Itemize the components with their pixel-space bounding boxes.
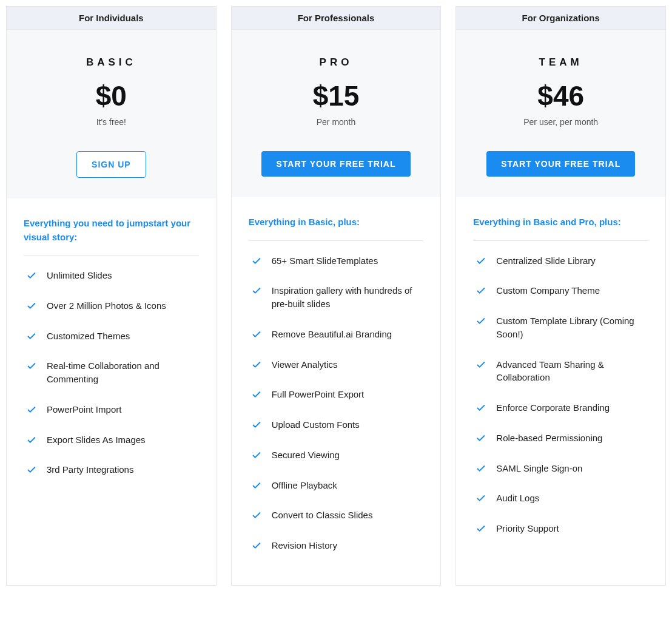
feature-item: Secured Viewing	[249, 440, 424, 470]
feature-item: Inspiration gallery with hundreds of pre…	[249, 276, 424, 319]
check-icon	[251, 329, 262, 340]
plan-name: PRO	[244, 56, 429, 69]
plan-body: Everything you need to jumpstart your vi…	[7, 198, 216, 509]
feature-label: Custom Template Library (Coming Soon!)	[496, 314, 646, 341]
feature-item: Enforce Corporate Branding	[473, 393, 648, 423]
feature-label: Custom Company Theme	[496, 284, 600, 297]
feature-label: 3rd Party Integrations	[47, 463, 133, 476]
feature-label: Real-time Collaboration and Commenting	[47, 359, 197, 386]
feature-label: Enforce Corporate Branding	[496, 401, 610, 415]
check-icon	[251, 510, 262, 521]
feature-label: Role-based Permissioning	[496, 432, 602, 445]
start-trial-button[interactable]: START YOUR FREE TRIAL	[486, 151, 635, 177]
feature-item: PowerPoint Import	[24, 394, 199, 425]
feature-label: Customized Themes	[47, 330, 130, 343]
feature-label: Inspiration gallery with hundreds of pre…	[272, 284, 422, 311]
feature-label: Centralized Slide Library	[496, 254, 595, 268]
plan-body: Everything in Basic and Pro, plus: Centr…	[456, 197, 665, 568]
feature-label: Unlimited Slides	[47, 269, 112, 282]
check-icon	[26, 361, 37, 371]
feature-list: Unlimited SlidesOver 2 Million Photos & …	[24, 260, 199, 485]
plan-audience: For Professionals	[232, 7, 441, 30]
plan-intro: Everything in Basic, plus:	[249, 215, 424, 241]
check-icon	[475, 523, 486, 534]
feature-label: Priority Support	[496, 522, 559, 535]
feature-item: 3rd Party Integrations	[24, 455, 199, 485]
plan-sub: Per user, per month	[468, 117, 653, 127]
feature-label: Convert to Classic Slides	[272, 509, 373, 522]
check-icon	[475, 359, 486, 370]
check-icon	[26, 331, 37, 342]
plan-team: For Organizations TEAM $46 Per user, per…	[455, 6, 666, 586]
feature-item: Audit Logs	[473, 483, 648, 513]
plan-top: BASIC $0 It's free! SIGN UP	[7, 30, 216, 198]
feature-item: Remove Beautiful.ai Branding	[249, 319, 424, 350]
feature-label: Secured Viewing	[272, 449, 340, 462]
check-icon	[251, 359, 262, 370]
check-icon	[475, 285, 486, 296]
feature-label: Upload Custom Fonts	[272, 418, 360, 432]
plan-audience: For Individuals	[7, 7, 216, 30]
plan-top: TEAM $46 Per user, per month START YOUR …	[456, 30, 665, 197]
feature-label: Remove Beautiful.ai Branding	[272, 328, 392, 341]
plan-sub: Per month	[244, 117, 429, 127]
plan-price: $46	[468, 82, 653, 110]
plan-price: $0	[19, 82, 204, 110]
plan-audience: For Organizations	[456, 7, 665, 30]
check-icon	[475, 493, 486, 504]
plan-basic: For Individuals BASIC $0 It's free! SIGN…	[6, 6, 217, 586]
feature-item: Centralized Slide Library	[473, 246, 648, 276]
feature-item: Unlimited Slides	[24, 260, 199, 291]
plan-intro: Everything you need to jumpstart your vi…	[24, 217, 199, 256]
pricing-plans: For Individuals BASIC $0 It's free! SIGN…	[6, 6, 666, 586]
feature-label: Viewer Analytics	[272, 358, 338, 371]
check-icon	[251, 480, 262, 491]
check-icon	[475, 402, 486, 413]
check-icon	[251, 540, 262, 551]
feature-label: Revision History	[272, 539, 337, 552]
check-icon	[251, 389, 262, 400]
plan-name: BASIC	[19, 56, 204, 69]
check-icon	[251, 450, 262, 461]
plan-name: TEAM	[468, 56, 653, 69]
check-icon	[475, 463, 486, 474]
signup-button[interactable]: SIGN UP	[76, 151, 146, 178]
feature-label: Audit Logs	[496, 492, 539, 505]
check-icon	[251, 419, 262, 430]
check-icon	[475, 256, 486, 266]
feature-item: Real-time Collaboration and Commenting	[24, 351, 199, 394]
feature-label: Full PowerPoint Export	[272, 388, 365, 401]
check-icon	[251, 256, 262, 266]
feature-label: Advanced Team Sharing & Collaboration	[496, 358, 646, 385]
feature-item: Viewer Analytics	[249, 350, 424, 380]
feature-item: Custom Company Theme	[473, 276, 648, 306]
feature-item: Over 2 Million Photos & Icons	[24, 291, 199, 321]
feature-item: Revision History	[249, 530, 424, 561]
plan-body: Everything in Basic, plus: 65+ Smart Sli…	[232, 197, 441, 585]
feature-list: 65+ Smart SlideTemplatesInspiration gall…	[249, 246, 424, 561]
feature-item: Upload Custom Fonts	[249, 410, 424, 440]
feature-item: Export Slides As Images	[24, 425, 199, 455]
feature-item: Custom Template Library (Coming Soon!)	[473, 306, 648, 350]
check-icon	[251, 285, 262, 296]
check-icon	[475, 316, 486, 327]
feature-item: SAML Single Sign-on	[473, 453, 648, 484]
check-icon	[26, 404, 37, 415]
feature-item: Customized Themes	[24, 321, 199, 351]
check-icon	[26, 300, 37, 311]
feature-item: Priority Support	[473, 513, 648, 544]
feature-list: Centralized Slide LibraryCustom Company …	[473, 246, 648, 544]
check-icon	[26, 435, 37, 445]
feature-item: Advanced Team Sharing & Collaboration	[473, 350, 648, 393]
check-icon	[26, 270, 37, 281]
plan-top: PRO $15 Per month START YOUR FREE TRIAL	[232, 30, 441, 197]
check-icon	[475, 433, 486, 444]
feature-item: Role-based Permissioning	[473, 423, 648, 453]
feature-item: Full PowerPoint Export	[249, 379, 424, 410]
check-icon	[26, 464, 37, 475]
feature-item: Convert to Classic Slides	[249, 500, 424, 530]
feature-item: 65+ Smart SlideTemplates	[249, 246, 424, 276]
feature-label: PowerPoint Import	[47, 403, 121, 416]
plan-price: $15	[244, 82, 429, 110]
start-trial-button[interactable]: START YOUR FREE TRIAL	[261, 151, 410, 177]
